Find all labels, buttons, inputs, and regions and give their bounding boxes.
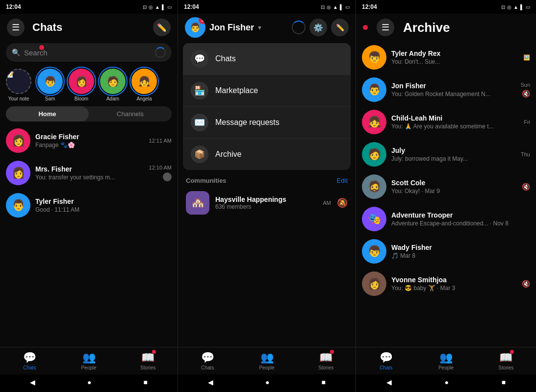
system-nav-left: ◀ ● ■ xyxy=(0,374,178,392)
home-button-right[interactable]: ● xyxy=(445,378,449,388)
chat-item-tyler[interactable]: 👨 Tyler Fisher Good · 11:11 AM xyxy=(0,189,178,221)
story-item-adam[interactable]: 🧑 Adam xyxy=(100,69,126,101)
story-item-sam[interactable]: 👦 Sam xyxy=(37,69,63,101)
archive-meta-yvonne: 🔇 xyxy=(522,280,530,288)
story-avatar-bloom: 👩 xyxy=(69,69,94,94)
battery-icon: ▭ xyxy=(167,4,172,10)
system-nav-right: ◀ ● ■ xyxy=(356,374,536,392)
nav-people-left[interactable]: 👥 People xyxy=(59,347,119,374)
archive-preview-adventure: Adventure Escape-and-conditioned... · No… xyxy=(391,220,525,227)
menu-archive-icon: 📦 xyxy=(191,146,208,163)
user-badge-count: 3 xyxy=(199,17,205,24)
home-button-left[interactable]: ● xyxy=(87,378,91,388)
archive-avatar-tyler-andy: 👦 xyxy=(362,45,386,70)
dropdown-menu: 💬 Chats 🏪 Marketplace ✉️ Message request… xyxy=(183,43,351,170)
status-bar-right: 12:04 ⊡ ◎ ▲ ▌ ▭ xyxy=(356,0,536,14)
archive-name-adventure: Adventure Trooper xyxy=(391,211,525,219)
story-label-sam: Sam xyxy=(45,96,55,101)
recent-button-left[interactable]: ■ xyxy=(144,378,148,388)
archive-preview-july: July: borrowed maga it May... xyxy=(391,155,516,162)
settings-button[interactable]: ⚙️ xyxy=(309,19,327,36)
nav-chats-label-left: Chats xyxy=(23,365,36,370)
community-avatar-haysville: 🏘️ xyxy=(186,191,209,215)
community-item-haysville[interactable]: 🏘️ Haysville Happenings 636 members AM 🔕 xyxy=(178,187,356,219)
compose-button-middle[interactable]: ✏️ xyxy=(331,19,349,36)
story-your-note[interactable]: 📝 Your note xyxy=(6,69,31,101)
archive-header: ☰ Archive xyxy=(356,14,536,41)
left-header: ☰ Chats ✏️ xyxy=(0,14,178,41)
nav-stories-icon-right: 📖 xyxy=(499,351,512,364)
archive-name-july: July xyxy=(391,147,516,154)
menu-message-requests-label: Message requests xyxy=(215,118,280,127)
volume-icon-m: ◎ xyxy=(327,4,331,10)
back-button-middle[interactable]: ◀ xyxy=(208,378,213,388)
compose-button-left[interactable]: ✏️ xyxy=(153,19,171,36)
stories-row: 📝 Your note 👦 Sam 👩 Bloom 🧑 Adam 👧 xyxy=(0,66,178,106)
communities-edit-button[interactable]: Edit xyxy=(337,177,348,184)
hamburger-button[interactable]: ☰ xyxy=(7,19,25,36)
nav-people-right[interactable]: 👥 People xyxy=(416,347,476,374)
chat-name-tyler: Tyler Fisher xyxy=(35,197,167,205)
archive-chat-scott-cole[interactable]: 🧔 Scott Cole You: Okay! · Mar 9 🔇 xyxy=(356,171,536,203)
archive-name-wady: Wady Fisher xyxy=(391,244,525,251)
archive-icon-yvonne: 🔇 xyxy=(522,280,530,288)
chat-item-gracie[interactable]: 👩 Gracie Fisher Fanpage 🐾🌸 12:11 AM xyxy=(0,124,178,157)
nav-chats-right[interactable]: 💬 Chats xyxy=(356,347,416,374)
middle-spinner xyxy=(292,21,306,34)
story-label-angela: Angela xyxy=(136,96,152,101)
story-label-adam: Adam xyxy=(106,96,119,101)
screen-icon-r: ⊡ xyxy=(501,4,505,10)
archive-avatar-jon-fisher: 👨 xyxy=(362,77,386,102)
story-item-bloom[interactable]: 👩 Bloom xyxy=(69,69,94,101)
recent-button-middle[interactable]: ■ xyxy=(322,378,326,388)
tab-home[interactable]: Home xyxy=(6,106,89,122)
volume-icon-r: ◎ xyxy=(507,4,511,10)
chevron-down-icon: ▾ xyxy=(258,24,261,31)
story-item-angela[interactable]: 👧 Angela xyxy=(131,69,157,101)
user-name-header: Jon Fisher xyxy=(209,23,254,33)
menu-item-marketplace[interactable]: 🏪 Marketplace xyxy=(183,75,351,107)
archive-info-child-leah: Child-Leah Mini You: 🙏 Are you available… xyxy=(391,114,519,130)
archive-info-scott-cole: Scott Cole You: Okay! · Mar 9 xyxy=(391,179,517,195)
status-bar-left: 12:04 ⊡ ◎ ▲ ▌ ▭ xyxy=(0,0,178,14)
nav-chats-icon-left: 💬 xyxy=(23,351,36,364)
archive-chat-jon-fisher[interactable]: 👨 Jon Fisher You: Golden Rocket Manageme… xyxy=(356,74,536,106)
menu-item-message-requests[interactable]: ✉️ Message requests xyxy=(183,107,351,139)
back-button-right[interactable]: ◀ xyxy=(386,378,392,388)
archive-meta-jon-fisher: Sun 🔇 xyxy=(520,82,530,98)
archive-chat-yvonne[interactable]: 👩 Yvonne Smithjoa You: 😎 baby 🏋️ · Mar 3… xyxy=(356,268,536,300)
user-header[interactable]: 👨 3 Jon Fisher ▾ xyxy=(185,17,261,38)
menu-item-archive[interactable]: 📦 Archive xyxy=(183,139,351,170)
archive-info-adventure: Adventure Trooper Adventure Escape-and-c… xyxy=(391,211,525,227)
menu-item-chats[interactable]: 💬 Chats xyxy=(183,43,351,75)
chat-preview-gracie: Fanpage 🐾🌸 xyxy=(35,142,144,148)
nav-stories-left[interactable]: 📖 Stories xyxy=(118,347,178,374)
search-bar[interactable]: 🔍 Search xyxy=(6,43,172,62)
archive-meta-scott-cole: 🔇 xyxy=(522,183,530,191)
archive-chat-wady[interactable]: 👦 Wady Fisher 🎵 Mar 8 xyxy=(356,235,536,268)
status-time-middle: 12:04 xyxy=(184,3,199,10)
archive-chat-adventure[interactable]: 🎭 Adventure Trooper Adventure Escape-and… xyxy=(356,203,536,235)
archive-avatar-child-leah: 👧 xyxy=(362,110,386,134)
archive-time-tyler-andy: 🖼️ xyxy=(523,54,530,61)
archive-info-july: July July: borrowed maga it May... xyxy=(391,147,516,162)
hamburger-archive-button[interactable]: ☰ xyxy=(377,19,394,36)
recent-button-right[interactable]: ■ xyxy=(502,378,506,388)
chat-badge-mrs-fisher xyxy=(163,172,172,181)
tab-channels[interactable]: Channels xyxy=(89,106,172,122)
nav-stories-icon-left: 📖 xyxy=(141,351,154,364)
archive-chat-tyler-andy[interactable]: 👦 Tyler Andy Rex You: Don't... Sue... 🖼️ xyxy=(356,41,536,74)
nav-people-middle[interactable]: 👥 People xyxy=(237,347,297,374)
archive-icon-jon-fisher: 🔇 xyxy=(522,90,530,98)
archive-chat-child-leah[interactable]: 👧 Child-Leah Mini You: 🙏 Are you availab… xyxy=(356,106,536,138)
archive-avatar-wady: 👦 xyxy=(362,239,386,264)
archive-chat-july[interactable]: 🧑 July July: borrowed maga it May... Thu xyxy=(356,138,536,171)
nav-stories-middle[interactable]: 📖 Stories xyxy=(296,347,356,374)
back-button-left[interactable]: ◀ xyxy=(30,378,35,388)
tabs-row: Home Channels xyxy=(6,106,172,122)
nav-chats-left[interactable]: 💬 Chats xyxy=(0,347,59,374)
home-button-middle[interactable]: ● xyxy=(265,378,269,388)
nav-chats-middle[interactable]: 💬 Chats xyxy=(178,347,237,374)
chat-item-mrs-fisher[interactable]: 👩 Mrs. Fisher You: transfer your setting… xyxy=(0,157,178,189)
nav-stories-right[interactable]: 📖 Stories xyxy=(476,347,536,374)
